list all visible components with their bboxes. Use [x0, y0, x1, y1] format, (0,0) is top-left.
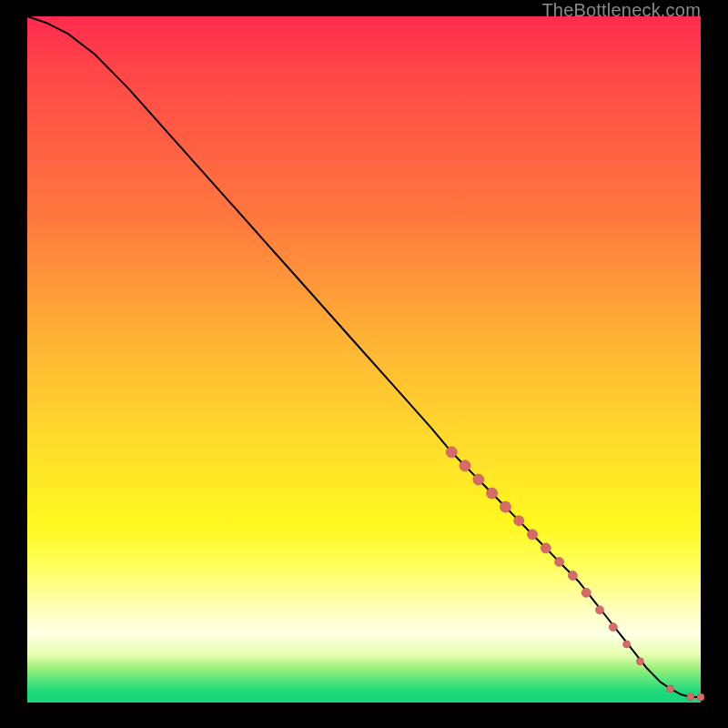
- data-point-marker: [623, 641, 631, 648]
- data-point-marker: [581, 588, 591, 597]
- data-point-marker: [609, 623, 617, 632]
- data-point-marker: [697, 693, 704, 701]
- data-point-marker: [541, 543, 551, 553]
- chart-stage: TheBottleneck.com: [0, 0, 728, 728]
- data-point-marker: [636, 658, 643, 665]
- data-point-marker: [446, 447, 457, 458]
- data-point-marker: [500, 501, 511, 512]
- data-point-marker: [596, 606, 604, 614]
- data-point-marker: [514, 516, 524, 526]
- data-point-marker: [528, 530, 538, 540]
- data-point-marker: [568, 571, 577, 581]
- data-point-marker: [555, 557, 564, 566]
- bottleneck-curve: [27, 16, 701, 697]
- chart-svg: [27, 16, 701, 703]
- plot-area: [27, 16, 701, 703]
- data-point-marker: [667, 685, 674, 693]
- data-point-marker: [460, 460, 470, 471]
- data-point-marker: [487, 488, 498, 499]
- data-point-marker: [687, 693, 694, 701]
- data-point-marker: [473, 474, 484, 485]
